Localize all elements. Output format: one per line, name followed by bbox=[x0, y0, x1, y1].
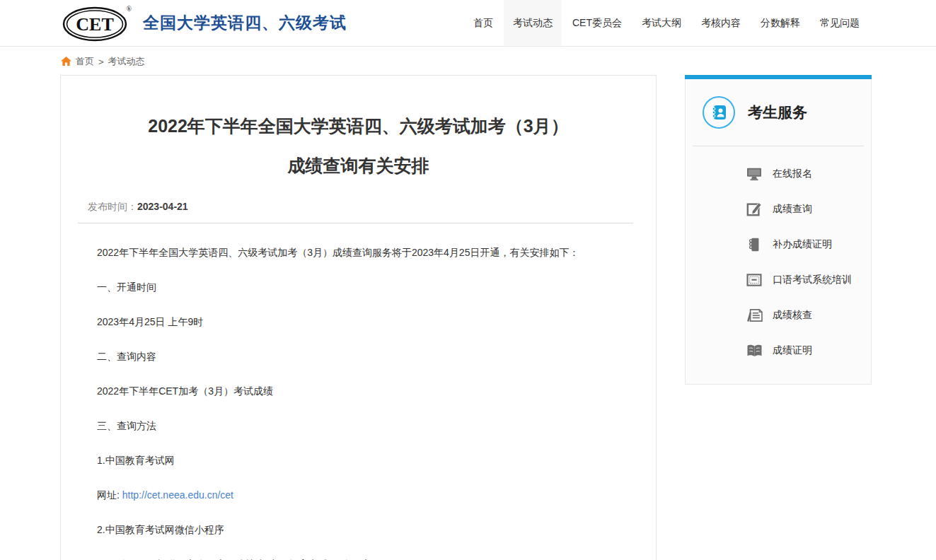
sidebar-item-score-query[interactable]: 成绩查询 bbox=[746, 192, 871, 227]
paragraph-website: 网址: http://cet.neea.edu.cn/cet bbox=[97, 489, 624, 501]
publish-date: 2023-04-21 bbox=[137, 201, 188, 212]
sidebar-item-label: 成绩查询 bbox=[773, 203, 812, 216]
article-body: 2022年下半年全国大学英语四、六级考试加考（3月）成绩查询服务将于2023年4… bbox=[61, 223, 656, 560]
paragraph-method2: 2.中国教育考试网微信小程序 bbox=[97, 524, 624, 535]
home-icon bbox=[61, 57, 71, 66]
website-label: 网址: bbox=[97, 489, 122, 501]
training-screen-icon bbox=[746, 272, 763, 288]
logo-wrap[interactable]: CET ® 全国大学英语四、六级考试 bbox=[62, 0, 347, 46]
sidebar-item-online-registration[interactable]: 在线报名 bbox=[746, 156, 871, 192]
content-wrap: 2022年下半年全国大学英语四、六级考试加考（3月） 成绩查询有关安排 发布时间… bbox=[0, 75, 936, 560]
main-nav: 首页 考试动态 CET委员会 考试大纲 考核内容 分数解释 常见问题 bbox=[464, 0, 869, 46]
notebook-icon bbox=[746, 237, 763, 252]
sidebar-item-oral-exam-training[interactable]: 口语考试系统培训 bbox=[746, 262, 871, 298]
nav-item-exam-news[interactable]: 考试动态 bbox=[504, 0, 562, 46]
registered-mark: ® bbox=[126, 5, 132, 13]
nav-item-faq[interactable]: 常见问题 bbox=[811, 0, 869, 46]
publish-label: 发布时间： bbox=[88, 201, 137, 212]
paragraph-section2-heading: 二、查询内容 bbox=[97, 351, 624, 362]
nav-item-home[interactable]: 首页 bbox=[464, 0, 502, 46]
sidebar-item-label: 口语考试系统培训 bbox=[773, 274, 852, 286]
sidebar: 考生服务 在线报名 bbox=[685, 75, 872, 385]
nav-item-cet-committee[interactable]: CET委员会 bbox=[563, 0, 631, 46]
sidebar-panel: 考生服务 在线报名 bbox=[685, 79, 872, 385]
breadcrumb-current[interactable]: 考试动态 bbox=[108, 55, 145, 68]
sidebar-item-score-certificate[interactable]: 成绩证明 bbox=[746, 333, 871, 368]
sidebar-item-score-verification[interactable]: 成绩核查 bbox=[746, 298, 871, 333]
paragraph-query-content: 2022年下半年CET加考（3月）考试成绩 bbox=[97, 385, 624, 397]
paragraph-method1: 1.中国教育考试网 bbox=[97, 455, 624, 466]
article-title-line2: 成绩查询有关安排 bbox=[100, 146, 617, 185]
site-header: CET ® 全国大学英语四、六级考试 首页 考试动态 CET委员会 考试大纲 考… bbox=[0, 0, 936, 47]
article-panel: 2022年下半年全国大学英语四、六级考试加考（3月） 成绩查询有关安排 发布时间… bbox=[60, 75, 657, 560]
nav-item-score-interpretation[interactable]: 分数解释 bbox=[751, 0, 809, 46]
sidebar-item-label: 成绩证明 bbox=[773, 344, 812, 357]
monitor-icon bbox=[746, 166, 763, 182]
article-title-line1: 2022年下半年全国大学英语四、六级考试加考（3月） bbox=[100, 106, 617, 146]
site-title: 全国大学英语四、六级考试 bbox=[143, 12, 347, 34]
document-pen-icon bbox=[746, 308, 763, 323]
open-book-icon bbox=[746, 343, 763, 358]
cet-logo-icon: CET ® bbox=[62, 5, 133, 42]
candidate-services-icon bbox=[703, 96, 735, 129]
article-title: 2022年下半年全国大学英语四、六级考试加考（3月） 成绩查询有关安排 bbox=[61, 88, 656, 185]
breadcrumb: 首页 > 考试动态 bbox=[0, 47, 936, 75]
sidebar-header: 考生服务 bbox=[686, 79, 871, 146]
paragraph-section1-heading: 一、开通时间 bbox=[97, 281, 624, 293]
sidebar-item-label: 补办成绩证明 bbox=[773, 238, 832, 251]
svg-text:CET: CET bbox=[76, 14, 113, 35]
publish-row: 发布时间：2023-04-21 bbox=[78, 201, 633, 223]
nav-item-assessment-content[interactable]: 考核内容 bbox=[692, 0, 750, 46]
website-link[interactable]: http://cet.neea.edu.cn/cet bbox=[122, 489, 233, 501]
sidebar-title: 考生服务 bbox=[748, 103, 807, 122]
sidebar-item-reissue-certificate[interactable]: 补办成绩证明 bbox=[746, 227, 871, 262]
edit-icon bbox=[746, 202, 763, 217]
sidebar-list: 在线报名 成绩查询 bbox=[686, 146, 871, 368]
sidebar-item-label: 成绩核查 bbox=[773, 309, 812, 322]
sidebar-item-label: 在线报名 bbox=[773, 168, 812, 180]
paragraph-open-time: 2023年4月25日 上午9时 bbox=[97, 316, 624, 327]
breadcrumb-home[interactable]: 首页 bbox=[76, 55, 94, 68]
paragraph-section3-heading: 三、查询方法 bbox=[97, 420, 624, 431]
paragraph-intro: 2022年下半年全国大学英语四、六级考试加考（3月）成绩查询服务将于2023年4… bbox=[97, 247, 624, 258]
nav-item-exam-syllabus[interactable]: 考试大纲 bbox=[632, 0, 691, 46]
breadcrumb-separator: > bbox=[98, 57, 104, 67]
